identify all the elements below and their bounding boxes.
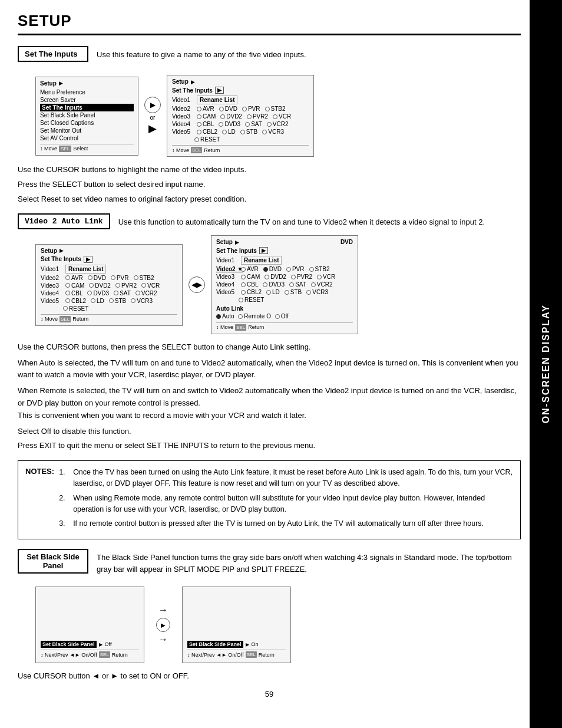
- page-title: SETUP: [18, 12, 521, 35]
- section1-screen-left: Setup ▶ Menu Preference Screen Saver Set…: [35, 77, 138, 156]
- dvd-label: DVD: [340, 239, 353, 245]
- arrow-circle-3: ▶: [156, 618, 170, 632]
- page-number: 59: [18, 690, 521, 699]
- section3-arrow: → ▶ →: [156, 605, 170, 645]
- bsp-left-title: Set Black Side Panel: [41, 641, 97, 648]
- section1-header-row: Set The Inputs Use this feature to give …: [18, 46, 521, 68]
- s1-left-title: Setup: [40, 80, 57, 87]
- bsp-right-value: On: [252, 641, 259, 647]
- s1-right-footer: ↕ Move SEL Return: [172, 145, 309, 153]
- note-item-3: 3. If no remote control button is presse…: [59, 518, 513, 529]
- video5-row: Video5 CBL2 LD STB VCR3: [172, 128, 309, 136]
- bsp-left-value: Off: [105, 641, 112, 647]
- menu-screen-saver: Screen Saver: [40, 96, 134, 104]
- menu-set-black-side-panel: Set Black Side Panel: [40, 111, 134, 119]
- section1-body: Use the CURSOR buttons to highlight the …: [18, 164, 521, 205]
- section2-screens: Setup ▶ Set The Inputs ▶ Video1 Rename L…: [35, 235, 521, 334]
- reset-row: RESET: [172, 136, 309, 143]
- arrow-circle-1: ▶: [144, 97, 161, 113]
- section3-screens: Set Black Side Panel ▶ Off ↕ Next/Prev ◄…: [35, 587, 521, 663]
- menu-set-av-control: Set AV Control: [40, 134, 134, 142]
- bsp-right-footer: ↕ Next/Prev ◄► On/Off SEL Return: [187, 650, 286, 658]
- auto-link-options: Auto Remote O Off: [216, 312, 353, 321]
- bsp-left-footer: ↕ Next/Prev ◄► On/Off SEL Return: [41, 650, 139, 658]
- menu-set-closed-captions: Set Closed Captions: [40, 119, 134, 127]
- auto-link-label: Auto Link: [216, 305, 353, 312]
- section3-description: The Black Side Panel function turns the …: [97, 549, 521, 575]
- video1-row: Video1 Rename List: [172, 95, 309, 105]
- section2-arrow: ◀▶: [189, 276, 205, 293]
- section1-header: Set The Inputs: [18, 46, 88, 62]
- section2-screen-right: DVD Setup ▶ Set The Inputs ▶ Video1 Rena…: [211, 235, 358, 334]
- note-item-2: 2. When using Remote mode, any remote co…: [59, 493, 513, 515]
- section3-header-row: Set Black Side Panel The Black Side Pane…: [18, 549, 521, 579]
- section2-description: Use this function to automatically turn …: [118, 213, 521, 228]
- section2-screen-left: Setup ▶ Set The Inputs ▶ Video1 Rename L…: [35, 244, 183, 326]
- section1-screens: Setup ▶ Menu Preference Screen Saver Set…: [35, 75, 521, 157]
- video4-row: Video4 CBL DVD3 SAT VCR2: [172, 120, 309, 128]
- section3-header: Set Black Side Panel: [18, 549, 88, 574]
- section1-arrow: ▶ or ▶: [144, 97, 161, 135]
- section3-screen-right: Set Black Side Panel ▶ On ↕ Next/Prev ◄►…: [182, 587, 291, 663]
- section1-description: Use this feature to give a name to any o…: [97, 46, 521, 61]
- note-item-1: 1. Once the TV has been turned on using …: [59, 467, 513, 489]
- notes-list: 1. Once the TV has been turned on using …: [59, 467, 513, 533]
- side-tab: ON-SCREEN DISPLAY: [530, 0, 562, 728]
- side-tab-label: ON-SCREEN DISPLAY: [541, 304, 551, 423]
- section2-body: Use the CURSOR buttons, then press the S…: [18, 341, 521, 452]
- s1-left-footer: ↕ Move SEL Select: [40, 144, 134, 152]
- video2-row: Video2 AVR DVD PVR STB2: [172, 105, 309, 113]
- section2-header-row: Video 2 Auto Link Use this function to a…: [18, 213, 521, 229]
- notes-label: NOTES:: [25, 467, 54, 533]
- menu-set-the-inputs: Set The Inputs: [40, 104, 134, 111]
- arrow-circle-2: ◀▶: [189, 276, 205, 293]
- menu-set-monitor-out: Set Monitor Out: [40, 127, 134, 134]
- video3-row: Video3 CAM DVD2 PVR2 VCR: [172, 113, 309, 120]
- section1-screen-right: Setup ▶ Set The Inputs ▶ Video1 Rename L…: [167, 75, 314, 157]
- section2-header: Video 2 Auto Link: [18, 213, 110, 229]
- notes-box: NOTES: 1. Once the TV has been turned on…: [18, 460, 521, 539]
- s1-right-subtitle: Set The Inputs: [172, 87, 213, 94]
- section3-screen-left: Set Black Side Panel ▶ Off ↕ Next/Prev ◄…: [35, 587, 144, 663]
- s2-right-footer: ↕ Move SEL Return: [216, 322, 353, 331]
- bsp-right-title: Set Black Side Panel: [187, 641, 243, 648]
- section3-footer-note: Use CURSOR button ◄ or ► to set to ON or…: [18, 670, 521, 683]
- menu-menu-preference: Menu Preference: [40, 88, 134, 96]
